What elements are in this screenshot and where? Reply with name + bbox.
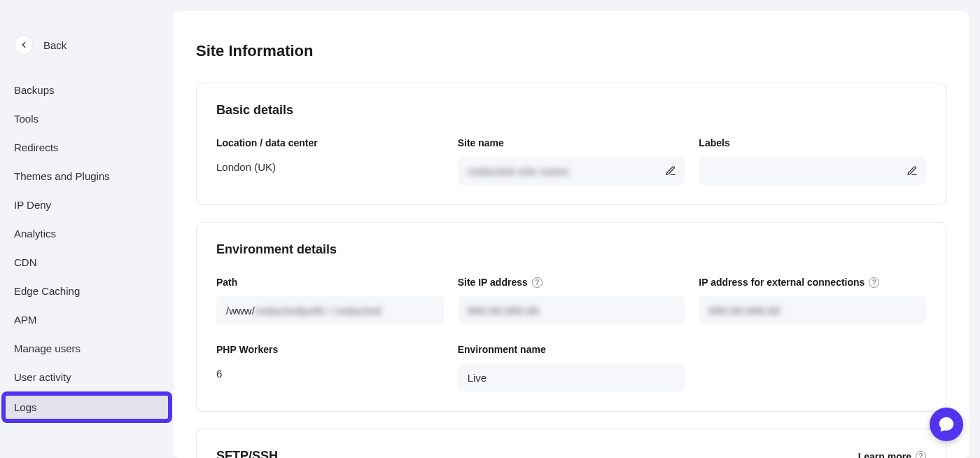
sidebar-item-apm[interactable]: APM <box>6 305 168 334</box>
sftp-ssh-title: SFTP/SSH <box>216 449 278 458</box>
location-label: Location / data center <box>216 137 444 148</box>
php-workers-label: PHP Workers <box>216 344 444 355</box>
page-title: Site Information <box>196 42 946 60</box>
ext-ip-label: IP address for external connections ? <box>699 277 926 288</box>
php-workers-field: PHP Workers 6 <box>216 344 444 391</box>
sidebar: Back Backups Tools Redirects Themes and … <box>0 0 174 458</box>
site-ip-label: Site IP address ? <box>458 277 685 288</box>
environment-details-card: Environment details Path /www/redactedpa… <box>196 222 946 412</box>
question-icon[interactable]: ? <box>869 277 879 288</box>
environment-details-title: Environment details <box>216 242 926 257</box>
site-name-value: redacted site name <box>468 165 569 177</box>
path-prefix: /www/ <box>226 305 255 317</box>
sidebar-item-tools[interactable]: Tools <box>6 104 168 133</box>
ext-ip-value-box[interactable]: 000.00.000.00 <box>699 296 926 324</box>
labels-field: Labels <box>699 137 926 185</box>
ext-ip-field: IP address for external connections ? 00… <box>699 277 926 324</box>
sidebar-item-edge-caching[interactable]: Edge Caching <box>6 277 168 305</box>
sidebar-item-themes-plugins[interactable]: Themes and Plugins <box>6 162 168 190</box>
back-link[interactable]: Back <box>6 35 168 76</box>
sidebar-item-logs[interactable]: Logs <box>1 391 172 423</box>
env-name-value: Live <box>468 372 487 384</box>
pencil-icon[interactable] <box>665 165 676 176</box>
site-ip-value-box[interactable]: 000.00.000.00 <box>458 296 685 324</box>
sidebar-item-user-activity[interactable]: User activity <box>6 363 168 391</box>
chat-icon <box>937 415 955 433</box>
location-value: London (UK) <box>216 157 444 177</box>
env-name-value-box[interactable]: Live <box>458 363 685 391</box>
question-icon[interactable]: ? <box>532 277 542 288</box>
basic-details-card: Basic details Location / data center Lon… <box>196 83 946 205</box>
path-label: Path <box>216 277 444 288</box>
site-ip-value: 000.00.000.00 <box>468 305 539 317</box>
path-field: Path /www/redactedpath / redacted <box>216 277 444 324</box>
env-name-label: Environment name <box>458 344 685 355</box>
path-value-box[interactable]: /www/redactedpath / redacted <box>216 296 444 324</box>
site-name-input[interactable]: redacted site name <box>458 157 685 185</box>
sidebar-item-analytics[interactable]: Analytics <box>6 219 168 248</box>
nav-list: Backups Tools Redirects Themes and Plugi… <box>6 76 168 423</box>
back-arrow-icon[interactable] <box>14 35 34 55</box>
site-name-field: Site name redacted site name <box>458 137 685 185</box>
sidebar-item-backups[interactable]: Backups <box>6 76 168 104</box>
sidebar-item-label: Logs <box>6 396 168 419</box>
labels-input[interactable] <box>699 157 926 185</box>
learn-more-link[interactable]: Learn more ? <box>858 451 926 459</box>
chat-button[interactable] <box>930 408 963 441</box>
sidebar-item-cdn[interactable]: CDN <box>6 248 168 277</box>
path-redacted: redactedpath / redacted <box>255 305 382 317</box>
env-name-field: Environment name Live <box>458 344 685 391</box>
back-label: Back <box>43 39 66 51</box>
location-field: Location / data center London (UK) <box>216 137 444 185</box>
pencil-icon[interactable] <box>906 165 918 176</box>
sidebar-item-manage-users[interactable]: Manage users <box>6 334 168 363</box>
basic-details-title: Basic details <box>216 103 926 118</box>
sidebar-item-redirects[interactable]: Redirects <box>6 133 168 162</box>
ext-ip-value: 000.00.000.00 <box>708 305 780 317</box>
main-content: Site Information Basic details Location … <box>174 11 969 458</box>
php-workers-value: 6 <box>216 363 444 384</box>
question-icon[interactable]: ? <box>916 451 926 458</box>
site-name-label: Site name <box>458 137 685 148</box>
sidebar-item-ip-deny[interactable]: IP Deny <box>6 190 168 219</box>
site-ip-field: Site IP address ? 000.00.000.00 <box>458 277 685 324</box>
labels-label: Labels <box>699 137 926 148</box>
sftp-ssh-card: SFTP/SSH Learn more ? <box>196 429 946 458</box>
